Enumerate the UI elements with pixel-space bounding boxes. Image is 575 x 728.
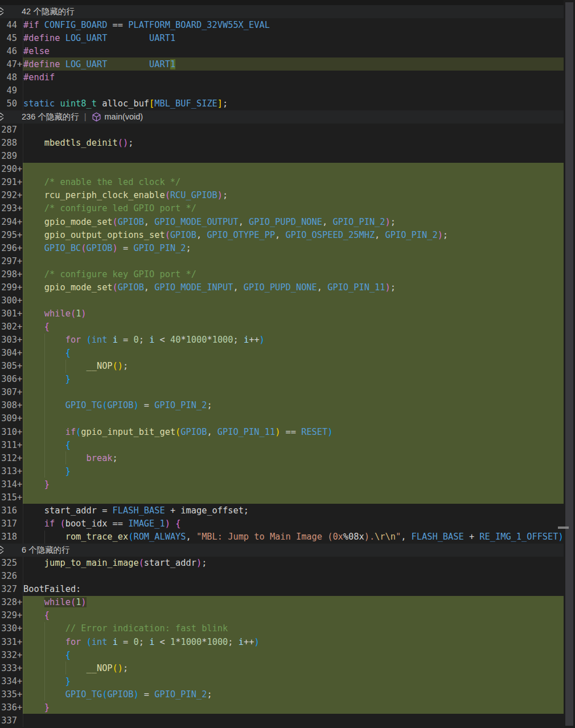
code-line[interactable]: 328+ while(1): [0, 596, 564, 609]
code-line[interactable]: 330+ // Error indication: fast blink: [0, 622, 564, 635]
code-line-content[interactable]: }: [23, 373, 564, 386]
code-line[interactable]: 335+ GPIO_TG(GPIOB) = GPIO_PIN_2;: [0, 688, 564, 701]
code-line[interactable]: 333+ __NOP();: [0, 661, 564, 674]
code-line[interactable]: 314+ }: [0, 478, 564, 491]
code-line[interactable]: 45#define LOG_UART UART1: [0, 31, 564, 44]
code-line[interactable]: 295+ gpio_output_options_set(GPIOB, GPIO…: [0, 228, 564, 241]
code-line[interactable]: 298+ /* configure key GPIO port */: [0, 268, 564, 281]
code-line[interactable]: 326: [0, 570, 564, 583]
collapsed-lines-bar[interactable]: 42 个隐藏的行: [0, 5, 564, 18]
code-line[interactable]: 312+ break;: [0, 451, 564, 464]
code-line-content[interactable]: rom_trace_ex(ROM_ALWAYS, "MBL: Jump to M…: [23, 530, 564, 544]
code-line[interactable]: 293+ /* configure led GPIO port */: [0, 202, 564, 215]
code-line-content[interactable]: [23, 570, 564, 583]
code-line-content[interactable]: [23, 386, 564, 399]
code-line-content[interactable]: rcu_periph_clock_enable(RCU_GPIOB);: [23, 189, 564, 202]
code-line-content[interactable]: __NOP();: [23, 360, 564, 373]
code-line[interactable]: 301+ while(1): [0, 307, 564, 320]
code-line[interactable]: 313+ }: [0, 464, 564, 478]
code-line[interactable]: 315+: [0, 491, 564, 504]
code-line[interactable]: 300+: [0, 294, 564, 307]
code-line-content[interactable]: }: [23, 701, 564, 714]
code-line-content[interactable]: static uint8_t alloc_buf[MBL_BUF_SIZE];: [23, 97, 564, 110]
code-line-content[interactable]: [23, 124, 564, 137]
scrollbar-slider[interactable]: [565, 2, 573, 726]
code-line[interactable]: 307+: [0, 386, 564, 399]
code-line[interactable]: 309+: [0, 412, 564, 425]
code-line-content[interactable]: if (boot_idx == IMAGE_1) {: [23, 517, 564, 530]
code-line-content[interactable]: gpio_output_options_set(GPIOB, GPIO_OTYP…: [23, 228, 564, 241]
code-line[interactable]: 44#if CONFIG_BOARD == PLATFORM_BOARD_32V…: [0, 18, 564, 31]
unfold-icon[interactable]: [0, 545, 5, 554]
code-line[interactable]: 47+#define LOG_UART UART1: [0, 57, 564, 71]
code-line[interactable]: 289: [0, 150, 564, 163]
code-line[interactable]: 290+: [0, 163, 564, 176]
code-line[interactable]: 329+ {: [0, 609, 564, 622]
code-line-content[interactable]: /* enable the led clock */: [23, 176, 564, 189]
code-line-content[interactable]: jump_to_main_image(start_addr);: [23, 557, 564, 570]
code-line[interactable]: 49: [0, 84, 564, 97]
code-line-content[interactable]: #if CONFIG_BOARD == PLATFORM_BOARD_32VW5…: [23, 18, 564, 31]
code-line[interactable]: 331+ for (int i = 0; i < 1*1000*1000; i+…: [0, 635, 564, 648]
code-line-content[interactable]: // Error indication: fast blink: [23, 622, 564, 635]
collapsed-lines-bar[interactable]: 236 个隐藏的行|main(void): [0, 110, 564, 124]
code-line[interactable]: 325 jump_to_main_image(start_addr);: [0, 557, 564, 570]
code-line[interactable]: 48#endif: [0, 71, 564, 84]
code-line[interactable]: 299+ gpio_mode_set(GPIOB, GPIO_MODE_INPU…: [0, 281, 564, 294]
code-line-content[interactable]: {: [23, 347, 564, 360]
code-line[interactable]: 306+ }: [0, 373, 564, 386]
code-line[interactable]: 302+ {: [0, 320, 564, 334]
code-line-content[interactable]: [23, 254, 564, 268]
code-line-content[interactable]: #define LOG_UART UART1: [23, 31, 564, 44]
code-line[interactable]: 311+ {: [0, 438, 564, 451]
code-line[interactable]: 317 if (boot_idx == IMAGE_1) {: [0, 517, 564, 530]
vertical-scrollbar[interactable]: [564, 0, 575, 728]
code-line[interactable]: 303+ for (int i = 0; i < 40*1000*1000; i…: [0, 334, 564, 347]
code-line-content[interactable]: }: [23, 478, 564, 491]
code-line-content[interactable]: {: [23, 609, 564, 622]
code-line[interactable]: 327BootFailed:: [0, 583, 564, 596]
code-line-content[interactable]: gpio_mode_set(GPIOB, GPIO_MODE_INPUT, GP…: [23, 281, 564, 294]
code-line-content[interactable]: [23, 163, 564, 176]
code-line-content[interactable]: [23, 84, 564, 97]
code-line-content[interactable]: [23, 294, 564, 307]
code-line[interactable]: 308+ GPIO_TG(GPIOB) = GPIO_PIN_2;: [0, 399, 564, 412]
code-line[interactable]: 304+ {: [0, 347, 564, 360]
code-line-content[interactable]: {: [23, 438, 564, 451]
code-line[interactable]: 337: [0, 714, 564, 727]
code-line-content[interactable]: GPIO_BC(GPIOB) = GPIO_PIN_2;: [23, 241, 564, 254]
code-line-content[interactable]: __NOP();: [23, 661, 564, 674]
code-line-content[interactable]: start_addr = FLASH_BASE + image_offset;: [23, 504, 564, 517]
code-line-content[interactable]: while(1): [23, 307, 564, 320]
code-line[interactable]: 296+ GPIO_BC(GPIOB) = GPIO_PIN_2;: [0, 241, 564, 254]
code-line[interactable]: 294+ gpio_mode_set(GPIOB, GPIO_MODE_OUTP…: [0, 215, 564, 228]
code-line-content[interactable]: /* configure key GPIO port */: [23, 268, 564, 281]
code-line-content[interactable]: [23, 150, 564, 163]
code-line[interactable]: 288 mbedtls_deinit();: [0, 137, 564, 150]
enclosing-symbol-name[interactable]: main(void): [105, 112, 143, 121]
code-line-content[interactable]: GPIO_TG(GPIOB) = GPIO_PIN_2;: [23, 688, 564, 701]
code-line[interactable]: 334+ }: [0, 674, 564, 688]
code-line-content[interactable]: gpio_mode_set(GPIOB, GPIO_MODE_OUTPUT, G…: [23, 215, 564, 228]
code-line-content[interactable]: #define LOG_UART UART1: [23, 57, 564, 71]
code-line-content[interactable]: [23, 491, 564, 504]
code-line-content[interactable]: {: [23, 320, 564, 334]
code-line-content[interactable]: if(gpio_input_bit_get(GPIOB, GPIO_PIN_11…: [23, 425, 564, 438]
code-line-content[interactable]: while(1): [23, 596, 564, 609]
code-line[interactable]: 332+ {: [0, 648, 564, 661]
code-line-content[interactable]: for (int i = 0; i < 1*1000*1000; i++): [23, 635, 564, 648]
code-line-content[interactable]: }: [23, 674, 564, 688]
code-line-content[interactable]: }: [23, 464, 564, 478]
code-line[interactable]: 336+ }: [0, 701, 564, 714]
code-line[interactable]: 297+: [0, 254, 564, 268]
code-line-content[interactable]: #endif: [23, 71, 564, 84]
code-line[interactable]: 316 start_addr = FLASH_BASE + image_offs…: [0, 504, 564, 517]
code-line-content[interactable]: [23, 714, 564, 727]
code-line[interactable]: 292+ rcu_periph_clock_enable(RCU_GPIOB);: [0, 189, 564, 202]
collapsed-lines-bar[interactable]: 6 个隐藏的行: [0, 544, 564, 557]
code-line-content[interactable]: GPIO_TG(GPIOB) = GPIO_PIN_2;: [23, 399, 564, 412]
code-line-content[interactable]: {: [23, 648, 564, 661]
code-line[interactable]: 318 rom_trace_ex(ROM_ALWAYS, "MBL: Jump …: [0, 530, 564, 544]
code-line-content[interactable]: for (int i = 0; i < 40*1000*1000; i++): [23, 334, 564, 347]
unfold-icon[interactable]: [0, 112, 5, 121]
